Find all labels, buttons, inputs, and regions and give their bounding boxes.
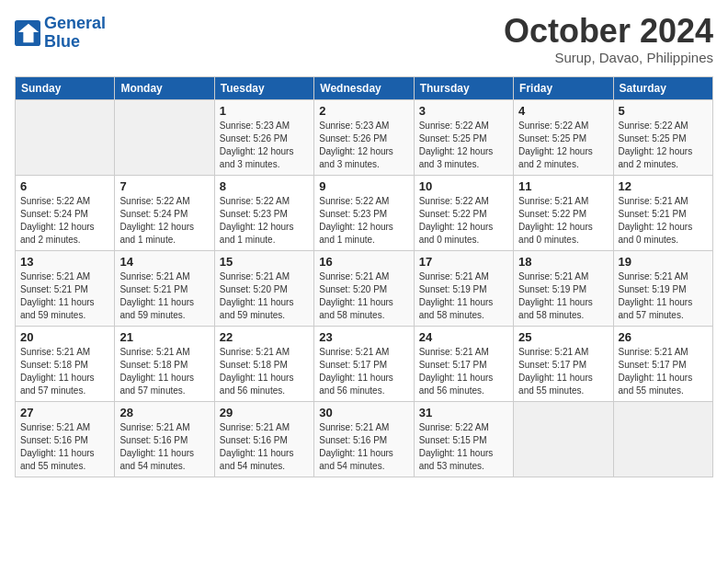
calendar-cell: 17Sunrise: 5:21 AM Sunset: 5:19 PM Dayli… [414,251,513,327]
calendar-cell [613,402,712,477]
day-info: Sunrise: 5:21 AM Sunset: 5:21 PM Dayligh… [619,195,708,247]
calendar-cell: 24Sunrise: 5:21 AM Sunset: 5:17 PM Dayli… [414,327,513,402]
calendar-cell: 14Sunrise: 5:21 AM Sunset: 5:21 PM Dayli… [115,251,214,327]
calendar-week-4: 20Sunrise: 5:21 AM Sunset: 5:18 PM Dayli… [16,327,713,402]
logo-text: General Blue [44,15,106,52]
day-info: Sunrise: 5:21 AM Sunset: 5:17 PM Dayligh… [319,346,408,397]
weekday-header-saturday: Saturday [613,77,712,100]
day-info: Sunrise: 5:21 AM Sunset: 5:22 PM Dayligh… [518,195,608,247]
calendar-cell: 1Sunrise: 5:23 AM Sunset: 5:26 PM Daylig… [214,100,313,176]
day-info: Sunrise: 5:22 AM Sunset: 5:25 PM Dayligh… [518,120,608,171]
calendar-cell: 19Sunrise: 5:21 AM Sunset: 5:19 PM Dayli… [613,251,712,327]
month-title: October 2024 [504,15,713,48]
calendar-week-2: 6Sunrise: 5:22 AM Sunset: 5:24 PM Daylig… [16,176,713,251]
day-number: 20 [20,330,109,344]
calendar-cell [115,100,214,176]
weekday-header-wednesday: Wednesday [314,77,414,100]
weekday-header-sunday: Sunday [16,77,115,100]
day-info: Sunrise: 5:22 AM Sunset: 5:25 PM Dayligh… [419,120,508,171]
day-number: 22 [220,330,309,344]
logo-icon [15,20,40,46]
day-number: 12 [619,179,708,193]
day-info: Sunrise: 5:22 AM Sunset: 5:22 PM Dayligh… [419,195,508,247]
day-info: Sunrise: 5:21 AM Sunset: 5:16 PM Dayligh… [220,421,309,473]
weekday-header-row: SundayMondayTuesdayWednesdayThursdayFrid… [16,77,713,100]
day-number: 21 [119,330,209,344]
day-info: Sunrise: 5:21 AM Sunset: 5:20 PM Dayligh… [319,270,408,322]
day-info: Sunrise: 5:22 AM Sunset: 5:23 PM Dayligh… [220,195,309,247]
calendar-cell: 12Sunrise: 5:21 AM Sunset: 5:21 PM Dayli… [613,176,712,251]
day-info: Sunrise: 5:22 AM Sunset: 5:23 PM Dayligh… [319,195,408,247]
calendar-cell: 9Sunrise: 5:22 AM Sunset: 5:23 PM Daylig… [314,176,414,251]
calendar-cell: 21Sunrise: 5:21 AM Sunset: 5:18 PM Dayli… [115,327,214,402]
location: Surup, Davao, Philippines [504,50,713,65]
day-info: Sunrise: 5:21 AM Sunset: 5:21 PM Dayligh… [119,270,209,322]
calendar-week-5: 27Sunrise: 5:21 AM Sunset: 5:16 PM Dayli… [16,402,713,477]
day-number: 7 [119,179,209,193]
day-info: Sunrise: 5:21 AM Sunset: 5:19 PM Dayligh… [419,270,508,322]
day-info: Sunrise: 5:22 AM Sunset: 5:24 PM Dayligh… [119,195,209,247]
day-info: Sunrise: 5:21 AM Sunset: 5:20 PM Dayligh… [220,270,309,322]
calendar-cell: 20Sunrise: 5:21 AM Sunset: 5:18 PM Dayli… [16,327,115,402]
logo: General Blue [15,15,106,52]
calendar-cell: 28Sunrise: 5:21 AM Sunset: 5:16 PM Dayli… [115,402,214,477]
day-info: Sunrise: 5:22 AM Sunset: 5:25 PM Dayligh… [619,120,708,171]
title-block: October 2024 Surup, Davao, Philippines [504,15,713,65]
day-number: 15 [220,255,309,269]
day-info: Sunrise: 5:21 AM Sunset: 5:18 PM Dayligh… [20,346,109,397]
day-info: Sunrise: 5:22 AM Sunset: 5:24 PM Dayligh… [20,195,109,247]
day-number: 29 [220,406,309,419]
weekday-header-friday: Friday [514,77,613,100]
day-number: 3 [419,104,508,118]
calendar-cell: 27Sunrise: 5:21 AM Sunset: 5:16 PM Dayli… [16,402,115,477]
weekday-header-tuesday: Tuesday [214,77,313,100]
day-number: 9 [319,179,408,193]
day-number: 2 [319,104,408,118]
day-info: Sunrise: 5:21 AM Sunset: 5:19 PM Dayligh… [619,270,708,322]
calendar-cell: 3Sunrise: 5:22 AM Sunset: 5:25 PM Daylig… [414,100,513,176]
day-number: 17 [419,255,508,269]
day-number: 24 [419,330,508,344]
day-info: Sunrise: 5:22 AM Sunset: 5:15 PM Dayligh… [419,421,508,473]
day-info: Sunrise: 5:21 AM Sunset: 5:18 PM Dayligh… [119,346,209,397]
calendar-cell: 11Sunrise: 5:21 AM Sunset: 5:22 PM Dayli… [514,176,613,251]
day-number: 25 [518,330,608,344]
day-number: 26 [619,330,708,344]
day-number: 10 [419,179,508,193]
day-number: 16 [319,255,408,269]
day-number: 28 [119,406,209,419]
calendar-cell [514,402,613,477]
logo-line1: General [44,14,106,32]
day-info: Sunrise: 5:21 AM Sunset: 5:17 PM Dayligh… [419,346,508,397]
calendar-cell: 15Sunrise: 5:21 AM Sunset: 5:20 PM Dayli… [214,251,313,327]
day-number: 13 [20,255,109,269]
calendar-cell: 7Sunrise: 5:22 AM Sunset: 5:24 PM Daylig… [115,176,214,251]
day-info: Sunrise: 5:21 AM Sunset: 5:17 PM Dayligh… [619,346,708,397]
calendar-cell: 2Sunrise: 5:23 AM Sunset: 5:26 PM Daylig… [314,100,414,176]
calendar-cell: 8Sunrise: 5:22 AM Sunset: 5:23 PM Daylig… [214,176,313,251]
calendar-cell: 31Sunrise: 5:22 AM Sunset: 5:15 PM Dayli… [414,402,513,477]
weekday-header-monday: Monday [115,77,214,100]
day-number: 14 [119,255,209,269]
day-number: 31 [419,406,508,419]
calendar-cell: 25Sunrise: 5:21 AM Sunset: 5:17 PM Dayli… [514,327,613,402]
day-number: 8 [220,179,309,193]
calendar-cell: 23Sunrise: 5:21 AM Sunset: 5:17 PM Dayli… [314,327,414,402]
day-info: Sunrise: 5:21 AM Sunset: 5:18 PM Dayligh… [220,346,309,397]
calendar-week-1: 1Sunrise: 5:23 AM Sunset: 5:26 PM Daylig… [16,100,713,176]
day-number: 18 [518,255,608,269]
calendar-cell: 13Sunrise: 5:21 AM Sunset: 5:21 PM Dayli… [16,251,115,327]
day-info: Sunrise: 5:21 AM Sunset: 5:16 PM Dayligh… [119,421,209,473]
calendar-cell: 6Sunrise: 5:22 AM Sunset: 5:24 PM Daylig… [16,176,115,251]
day-number: 1 [220,104,309,118]
day-info: Sunrise: 5:21 AM Sunset: 5:21 PM Dayligh… [20,270,109,322]
day-info: Sunrise: 5:21 AM Sunset: 5:19 PM Dayligh… [518,270,608,322]
calendar-cell: 30Sunrise: 5:21 AM Sunset: 5:16 PM Dayli… [314,402,414,477]
day-number: 6 [20,179,109,193]
calendar-cell: 29Sunrise: 5:21 AM Sunset: 5:16 PM Dayli… [214,402,313,477]
day-info: Sunrise: 5:23 AM Sunset: 5:26 PM Dayligh… [220,120,309,171]
day-number: 19 [619,255,708,269]
day-number: 23 [319,330,408,344]
day-number: 4 [518,104,608,118]
calendar-cell: 22Sunrise: 5:21 AM Sunset: 5:18 PM Dayli… [214,327,313,402]
